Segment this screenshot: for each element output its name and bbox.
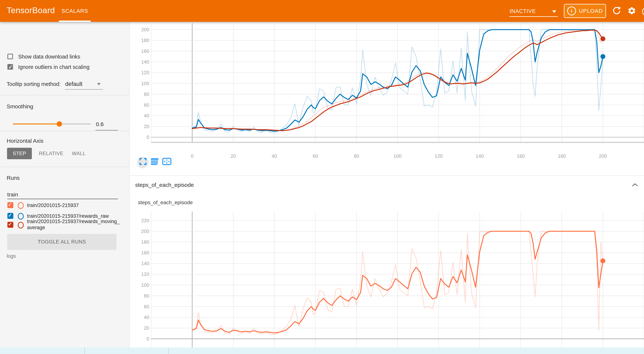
y-tick-label: 180 (141, 239, 149, 245)
show-download-links-label: Show data download links (18, 54, 80, 60)
smoothing-slider-thumb[interactable] (57, 121, 62, 127)
toggle-all-runs-button[interactable]: TOGGLE ALL RUNS (7, 234, 116, 250)
upload-button-label: UPLOAD (579, 8, 603, 14)
rewards-chart[interactable] (151, 23, 644, 142)
y-tick-label: 20 (144, 124, 149, 129)
y-tick-label: 120 (141, 272, 149, 277)
info-icon: i (567, 6, 576, 15)
run-color-circle[interactable] (18, 213, 24, 220)
x-tick-label: 40 (272, 153, 277, 159)
horizontal-axis-label: Horizontal Axis (7, 138, 43, 144)
strip-mark (168, 348, 169, 354)
app-title: TensorBoard (7, 6, 55, 15)
y-tick-label: 60 (144, 102, 149, 108)
tooltip-sorting-label: Tooltip sorting method: (7, 81, 61, 87)
y-tick-label: 200 (141, 228, 149, 234)
y-tick-label: 180 (141, 38, 149, 43)
y-tick-label: 100 (141, 81, 149, 86)
runs-filter-underline (7, 199, 118, 199)
steps-of-each-episode-chart[interactable] (151, 212, 644, 348)
divider (130, 175, 644, 176)
bottom-strip (0, 348, 644, 354)
x-tick-label: 20 (230, 153, 236, 159)
fit-domain-to-data-icon[interactable] (162, 158, 172, 165)
runs-heading: Runs (7, 175, 20, 181)
status-dropdown-underline (509, 16, 558, 17)
run-label: train/20201015-215937 (27, 202, 79, 208)
y-tick-label: 0 (147, 134, 149, 140)
series-end-marker[interactable] (600, 36, 605, 41)
upload-button[interactable]: i UPLOAD (564, 4, 606, 18)
x-tick-label: 180 (558, 153, 566, 159)
help-icon[interactable] (642, 7, 644, 16)
run-color-circle[interactable] (18, 202, 24, 209)
app-header: TensorBoard SCALARS INACTIVE i UPLOAD (0, 0, 644, 22)
y-tick-label: 60 (144, 304, 149, 310)
smoothing-slider-fill (13, 124, 59, 124)
y-tick-label: 100 (141, 282, 149, 288)
ignore-outliers-checkbox[interactable] (8, 64, 13, 70)
y-tick-label: 80 (144, 293, 149, 299)
y-tick-label: 140 (141, 59, 149, 64)
smoothing-value-input[interactable]: 0.6 (96, 121, 104, 128)
smoothing-label: Smoothing (7, 103, 33, 110)
y-tick-label: 160 (141, 250, 149, 256)
show-download-links-checkbox[interactable] (8, 54, 13, 59)
strip-mark (84, 348, 85, 354)
tab-scalars[interactable]: SCALARS (59, 0, 91, 22)
divider (0, 167, 130, 167)
chevron-down-icon[interactable] (552, 10, 556, 13)
sidebar: Show data download links Ignore outliers… (0, 22, 130, 354)
tab-active-underline (59, 20, 91, 22)
tooltip-sorting-dropdown[interactable]: default (65, 81, 82, 88)
chevron-up-icon[interactable] (632, 183, 638, 187)
x-tick-label: 60 (313, 153, 318, 159)
haxis-relative-button[interactable]: RELATIVE (39, 148, 64, 159)
x-tick-label: 80 (354, 153, 359, 159)
ignore-outliers-label: Ignore outliers in chart scaling (18, 64, 90, 70)
x-tick-label: 100 (394, 153, 402, 159)
x-tick-label: 160 (517, 153, 525, 159)
y-tick-label: 120 (141, 70, 149, 75)
y-tick-label: 220 (141, 218, 149, 223)
y-tick-label: 20 (144, 325, 149, 331)
y-tick-label: 40 (144, 314, 149, 320)
tensorboard-app: 0204060801001201401601802000204060801001… (0, 0, 644, 354)
divider (0, 131, 130, 131)
tooltip-dropdown-underline (65, 89, 103, 90)
x-tick-label: 120 (434, 153, 442, 159)
haxis-wall-button[interactable]: WALL (72, 148, 86, 159)
status-dropdown[interactable]: INACTIVE (510, 8, 536, 14)
section-title[interactable]: steps_of_each_episode (135, 182, 194, 188)
series-end-marker[interactable] (600, 258, 605, 263)
run-color-circle[interactable] (18, 222, 24, 228)
y-tick-label: 40 (144, 113, 149, 118)
gear-icon[interactable] (627, 6, 636, 15)
run-label: train/20201015-215937/rewards_moving_ave… (27, 218, 120, 231)
divider (0, 95, 130, 95)
run-checkbox-rewards-raw[interactable] (8, 213, 13, 219)
run-checkbox-rewards-moving-average[interactable] (8, 222, 13, 228)
y-tick-label: 0 (147, 336, 149, 342)
y-tick-label: 200 (141, 27, 149, 32)
chevron-down-icon[interactable] (97, 83, 101, 85)
refresh-icon[interactable] (612, 6, 621, 15)
series-end-marker[interactable] (600, 54, 605, 59)
x-tick-label: 0 (191, 153, 194, 159)
x-tick-label: 200 (599, 153, 607, 159)
logdir-label: logs (7, 253, 16, 259)
run-checkbox-train[interactable] (8, 202, 13, 208)
runs-filter-input[interactable]: train (7, 192, 18, 198)
y-tick-label: 160 (141, 48, 149, 54)
y-tick-label: 80 (144, 92, 149, 97)
runs-list-icon[interactable] (151, 158, 158, 165)
smoothing-input-underline (96, 130, 118, 130)
y-tick-label: 140 (141, 261, 149, 266)
haxis-step-button[interactable]: STEP (7, 148, 32, 159)
chart-card-title: steps_of_each_episode (138, 200, 193, 206)
x-tick-label: 140 (476, 153, 484, 159)
expand-chart-icon[interactable] (139, 158, 147, 165)
